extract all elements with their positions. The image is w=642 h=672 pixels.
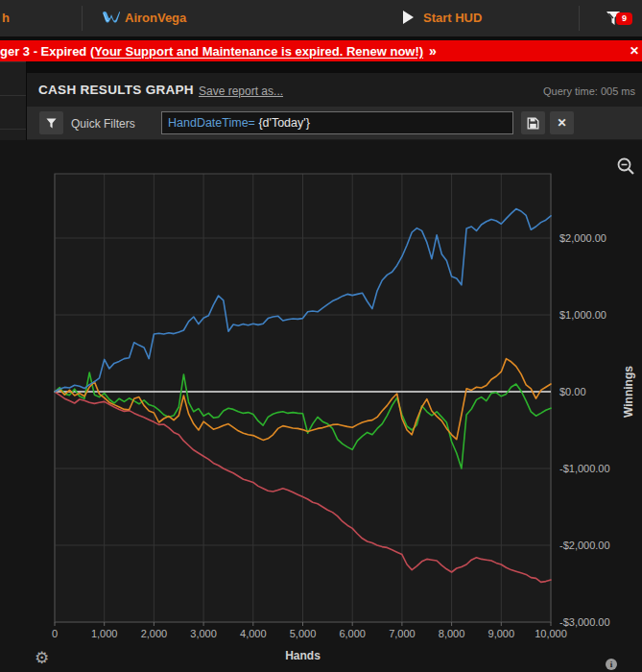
banner-chevron-icon[interactable]: » (429, 43, 437, 59)
license-expired-banner: ger 3 - Expired (Your Support and Mainte… (0, 40, 642, 61)
gear-icon[interactable]: ⚙ (35, 650, 49, 666)
top-bar: h AironVega Start HUD 9 (0, 0, 642, 36)
x-tick-label: 5,000 (290, 628, 317, 639)
quick-filter-input[interactable]: HandDateTime= {d'Today'} (161, 111, 513, 134)
topbar-divider (579, 6, 580, 31)
active-filters-badge[interactable]: 9 (616, 12, 632, 25)
y-tick-label: $1,000.00 (559, 309, 606, 321)
banner-text: ger 3 - Expired ( (0, 44, 94, 59)
page-title: CASH RESULTS GRAPH (38, 83, 194, 97)
x-tick-label: 9,000 (488, 628, 515, 639)
save-report-link[interactable]: Save report as... (199, 84, 283, 98)
x-tick-label: 7,000 (389, 628, 416, 639)
clear-filter-button[interactable]: ✕ (550, 111, 574, 134)
x-tick-label: 2,000 (141, 628, 168, 639)
quick-filter-funnel-icon[interactable] (39, 111, 63, 134)
y-tick-label: -$1,000.00 (559, 463, 610, 474)
app-name-label[interactable]: AironVega (125, 11, 186, 25)
cash-results-graph-area: 01,0002,0003,0004,0005,0006,0007,0008,00… (0, 140, 642, 672)
cutoff-tab-label[interactable]: h (2, 11, 10, 25)
x-axis-label: Hands (285, 649, 321, 662)
x-tick-label: 1,000 (91, 628, 118, 639)
x-tick-label: 6,000 (339, 628, 366, 639)
topbar-divider (82, 6, 83, 31)
filter-key-text: HandDateTime= (168, 116, 255, 130)
save-filter-button[interactable] (521, 111, 545, 134)
aironvega-logo-icon[interactable] (102, 11, 121, 28)
banner-close-icon[interactable]: ✕ (630, 40, 642, 61)
start-hud-button[interactable]: Start HUD (423, 11, 482, 25)
y-tick-label: -$3,000.00 (559, 616, 610, 628)
y-tick-label: $2,000.00 (559, 232, 606, 244)
x-tick-label: 0 (52, 628, 58, 639)
filter-value-text: {d'Today'} (255, 116, 310, 130)
x-tick-label: 8,000 (439, 628, 465, 639)
x-tick-label: 4,000 (240, 628, 267, 639)
y-axis-label: Winnings (622, 366, 635, 418)
zoom-magnifier-icon[interactable] (616, 156, 635, 180)
cash-results-chart: 01,0002,0003,0004,0005,0006,0007,0008,00… (0, 140, 642, 672)
query-time-label: Query time: 005 ms (543, 85, 635, 97)
renew-link[interactable]: Your Support and Maintenance is expired.… (94, 44, 423, 59)
floppy-disk-icon (527, 117, 539, 130)
info-icon[interactable]: i (606, 659, 617, 670)
quick-filters-label: Quick Filters (71, 117, 135, 131)
quick-filters-bar: Quick Filters HandDateTime= {d'Today'} ✕ (27, 107, 642, 139)
x-tick-label: 10,000 (535, 628, 567, 639)
play-icon[interactable] (403, 11, 414, 24)
y-tick-label: -$2,000.00 (559, 540, 610, 551)
x-tick-label: 3,000 (190, 628, 217, 639)
y-tick-label: $0.00 (559, 386, 586, 397)
